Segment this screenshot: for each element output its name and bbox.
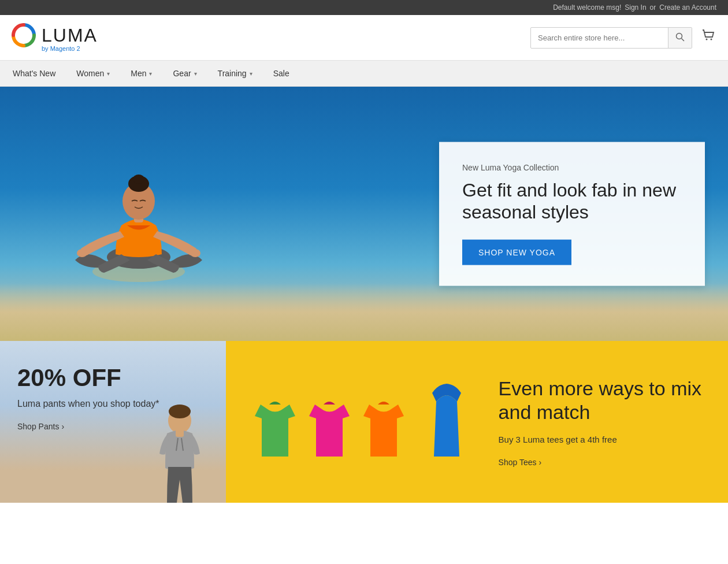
man-figure (145, 399, 214, 503)
nav-item-men[interactable]: Men ▾ (120, 61, 162, 86)
shop-new-yoga-button[interactable]: Shop New Yoga (462, 239, 571, 265)
cart-icon[interactable] (700, 28, 716, 47)
cart-svg (700, 28, 716, 44)
svg-point-8 (190, 249, 200, 257)
svg-point-4 (711, 39, 712, 40)
search-icon (675, 32, 685, 42)
search-button[interactable] (668, 28, 692, 48)
chevron-right-icon: › (539, 458, 542, 467)
header: LUMA by Magento 2 (0, 15, 728, 61)
header-right (530, 27, 716, 49)
by-magento: by Magento 2 (42, 45, 98, 52)
svg-point-3 (706, 39, 708, 40)
create-account-link[interactable]: Create an Account (659, 3, 716, 12)
logo-text: LUMA (42, 25, 98, 46)
man-illustration (145, 399, 214, 503)
chevron-right-icon: › (61, 422, 64, 431)
svg-point-1 (677, 33, 682, 39)
top-bar: Default welcome msg! Sign In or Create a… (0, 0, 728, 15)
yoga-woman-illustration (40, 110, 237, 306)
pants-discount: 20% OFF (17, 364, 209, 392)
nav-item-women[interactable]: Women ▾ (66, 61, 120, 86)
svg-point-14 (169, 405, 191, 418)
tees-shirts (249, 381, 476, 462)
svg-line-2 (682, 38, 685, 41)
blue-tank-icon (418, 381, 476, 462)
tees-promo-title: Even more ways to mix and match (499, 377, 705, 424)
tees-text-area: Even more ways to mix and match Buy 3 Lu… (499, 377, 705, 467)
promo-row: 20% OFF Luma pants when you shop today* … (0, 341, 728, 503)
hero-subtitle: New Luma Yoga Collection (462, 163, 682, 172)
chevron-down-icon: ▾ (250, 70, 252, 77)
search-input[interactable] (531, 29, 668, 47)
hero-figure (29, 98, 248, 306)
green-shirt-icon (249, 393, 301, 462)
chevron-down-icon: ▾ (107, 70, 110, 77)
sign-in-link[interactable]: Sign In (625, 3, 646, 12)
hero-title: Get fit and look fab in new seasonal sty… (462, 179, 682, 224)
nav-item-training[interactable]: Training ▾ (207, 61, 263, 86)
nav-item-sale[interactable]: Sale (263, 61, 300, 86)
orange-shirt-icon (358, 393, 410, 462)
search-box (530, 27, 692, 49)
shop-pants-link[interactable]: Shop Pants › (17, 422, 64, 431)
tees-promo-subtitle: Buy 3 Luma tees get a 4th free (499, 433, 705, 447)
promo-tees-banner: Even more ways to mix and match Buy 3 Lu… (226, 341, 728, 503)
svg-point-7 (77, 249, 87, 257)
chevron-down-icon: ▾ (149, 70, 152, 77)
shop-tees-link[interactable]: Shop Tees › (499, 458, 542, 467)
pink-shirt-icon (303, 393, 355, 462)
svg-rect-17 (176, 429, 184, 437)
nav-item-gear[interactable]: Gear ▾ (162, 61, 207, 86)
main-nav: What's New Women ▾ Men ▾ Gear ▾ Training… (0, 61, 728, 87)
hero-banner: New Luma Yoga Collection Get fit and loo… (0, 87, 728, 341)
logo-area[interactable]: LUMA by Magento 2 (12, 23, 98, 52)
or-divider: or (650, 3, 656, 12)
hero-card: New Luma Yoga Collection Get fit and loo… (439, 142, 705, 286)
logo-icon (12, 23, 36, 47)
logo[interactable]: LUMA (12, 23, 98, 47)
welcome-message: Default welcome msg! (553, 3, 621, 12)
nav-item-whats-new[interactable]: What's New (2, 61, 66, 86)
svg-point-12 (133, 175, 144, 184)
chevron-down-icon: ▾ (194, 70, 197, 77)
promo-pants-banner: 20% OFF Luma pants when you shop today* … (0, 341, 226, 503)
